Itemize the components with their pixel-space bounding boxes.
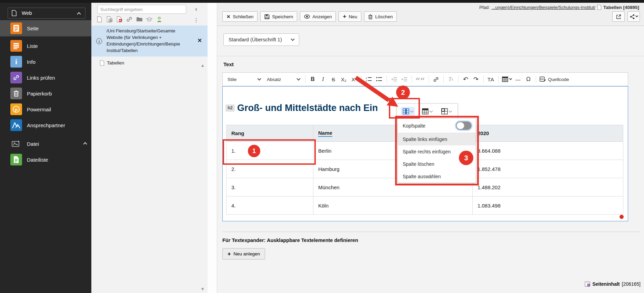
table-balloon-toolbar [396,103,458,119]
blockquote-button[interactable]: ““ [414,74,426,84]
header-column-toggle[interactable] [456,121,472,130]
menu-item-select-column[interactable]: Spalte auswählen [398,170,476,183]
page-path-infobox: i /Uni Flensburg/Startseite/Gesamte Webs… [91,26,208,57]
tree-more-button[interactable]: ⋮ [192,16,200,24]
user-icon[interactable] [156,16,163,23]
redo-button[interactable]: ↷ [471,74,481,84]
cell-population[interactable]: 1.083.498 [473,196,623,215]
cell-city[interactable]: Köln [313,196,473,215]
sidebar-group-datei[interactable]: Datei [0,137,91,150]
sidebar-item-label: Ansprechpartner [27,122,65,128]
link-icon[interactable] [126,16,133,23]
menu-item-insert-column-right[interactable]: Spalte rechts einfügen [398,145,476,158]
sidebar-item-powermail[interactable]: p Powermail [0,101,91,117]
cell-rank[interactable]: 1. [227,142,313,160]
panel-splitter[interactable] [208,3,217,293]
sidebar-group-label: Datei [27,141,39,147]
column-dropdown-menu: Kopfspalte Spalte links einfügen Spalte … [398,118,476,183]
sidebar-item-liste[interactable]: Liste [0,38,91,54]
contacts-module-icon [10,119,22,131]
open-in-new-window-button[interactable] [612,11,625,22]
new-page-toolbar [96,16,163,23]
special-char-button[interactable]: Ω [524,74,533,84]
filelist-module-icon [10,154,22,165]
new-page-icon[interactable] [96,16,103,23]
italic-button[interactable]: I [318,74,328,84]
header-column-row: Kopfspalte [398,119,476,133]
trash-icon [368,14,373,19]
close-button[interactable]: ✕ Schließen [222,11,258,22]
delete-button[interactable]: Löschen [364,11,397,22]
styles-select[interactable]: Stile [225,74,263,84]
remove-format-button[interactable]: Tx [446,74,456,84]
eye-icon [304,14,310,19]
indent-button[interactable] [389,74,399,84]
paragraph-format-select[interactable]: Absatz [264,74,303,84]
tree-node-tabellen[interactable]: Tabellen [100,60,124,66]
sidebar-group-web[interactable]: Web [8,8,85,19]
page-module-icon [10,22,22,34]
language-button[interactable]: TA [486,74,496,84]
sidebar-item-dateiliste[interactable]: Dateiliste [0,152,91,168]
horizontal-line-button[interactable]: — [513,74,523,84]
cell-menu-button[interactable] [440,107,453,116]
section-divider [217,56,644,56]
cell-population[interactable]: 1.852.478 [473,160,623,178]
ordered-list-button[interactable]: 12 [364,74,374,84]
tree-node-label: Tabellen [107,60,124,65]
sidebar-item-label: Seite [27,26,39,31]
collapse-tree-button[interactable]: ‹ [192,5,200,13]
new-button[interactable]: + Neu [339,11,361,22]
view-button[interactable]: Anzeigen [300,11,336,22]
create-new-button[interactable]: + Neu anlegen [222,248,265,260]
new-shortcut-page-icon[interactable] [106,16,113,23]
sidebar-item-papierkorb[interactable]: Papierkorb [0,85,91,101]
table-resize-handle[interactable] [620,215,624,219]
cell-population[interactable]: 3.664.088 [473,142,623,160]
new-link-page-icon[interactable] [116,16,123,23]
row-menu-button[interactable] [420,107,434,116]
save-button[interactable]: Speichern [260,11,297,22]
share-button[interactable] [627,11,640,22]
cell-rank[interactable]: 2. [227,160,313,178]
mountpoint-icon[interactable] [146,16,153,23]
chevron-down-icon [635,14,638,17]
scroll-down-icon[interactable]: ▼ [200,286,205,292]
column-header-2020[interactable]: 2020 [473,125,623,142]
menu-item-delete-column[interactable]: Spalte löschen [398,158,476,170]
sidebar-item-links-pruefen[interactable]: Links prüfen [0,70,91,85]
source-code-button[interactable]: Quellcode [539,74,570,84]
chevron-down-icon [430,109,433,112]
cell-population[interactable]: 1.488.202 [473,178,623,196]
content-heading[interactable]: Groß- und Mittelstädte nach Ein [237,103,397,113]
path-link[interactable]: ...ungen)/Einrichtungen/Beispiele/Schulu… [492,5,595,10]
search-input[interactable] [97,5,186,14]
strikethrough-button[interactable]: S [329,74,338,84]
bold-button[interactable]: B [308,74,318,84]
undo-button[interactable]: ↶ [461,74,471,84]
folder-icon[interactable] [136,16,143,23]
cell-rank[interactable]: 3. [227,178,313,196]
insert-table-button[interactable] [501,74,513,84]
cell-rank[interactable]: 4. [227,196,313,215]
superscript-button[interactable]: X² [349,74,359,84]
chevron-up-icon [77,12,81,16]
sidebar-item-label: Liste [27,43,38,49]
link-button[interactable] [431,74,441,84]
plus-icon: + [228,251,231,257]
close-icon[interactable]: ✕ [198,37,202,44]
content-type-select[interactable]: Standard (Überschrift 1) [223,33,299,46]
page-icon [11,10,17,16]
menu-item-insert-column-left[interactable]: Spalte links einfügen [398,133,476,145]
scroll-up-icon[interactable]: ▲ [200,63,205,68]
column-header-rang[interactable]: Rang [227,125,313,142]
bullet-list-button[interactable] [374,74,384,84]
subscript-button[interactable]: X₂ [339,74,349,84]
column-menu-button[interactable] [401,107,415,116]
sidebar-item-seite[interactable]: Seite [0,20,91,37]
outdent-button[interactable] [400,74,409,84]
doc-toolbar: ✕ Schließen Speichern Anzeigen + [222,11,397,22]
breadcrumb: Pfad: ...ungen)/Einrichtungen/Beispiele/… [479,4,639,10]
sidebar-item-ansprechpartner[interactable]: Ansprechpartner [0,117,91,133]
sidebar-item-info[interactable]: i Info [0,54,91,70]
